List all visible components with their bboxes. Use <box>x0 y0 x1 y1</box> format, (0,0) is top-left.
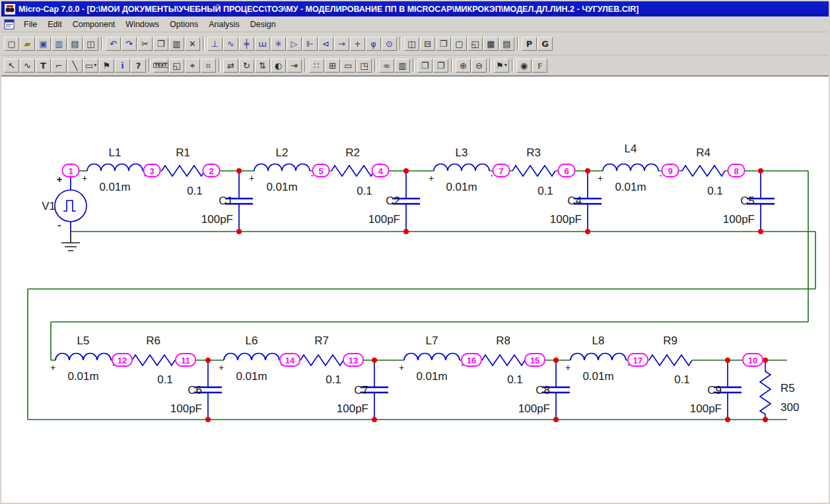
border-icon[interactable]: ▭ <box>341 59 356 73</box>
menu-item-edit[interactable]: Edit <box>42 18 67 31</box>
resistor-R1[interactable]: R10.1 <box>162 146 205 197</box>
ground-symbol[interactable] <box>61 232 80 251</box>
inductor-icon[interactable]: ɯ <box>255 37 270 51</box>
mirror-icon[interactable]: ◐ <box>271 59 286 73</box>
resistor-R9[interactable]: R90.1 <box>649 334 692 386</box>
resistor-R4[interactable]: R40.1 <box>682 146 725 197</box>
translate-icon[interactable]: ▥ <box>52 37 67 51</box>
node-snap-icon[interactable]: ⌖ <box>185 59 200 73</box>
tile-horizontal-icon[interactable]: ⊟ <box>420 37 435 51</box>
capacitor-C2[interactable]: C2100pF <box>368 171 420 232</box>
help-topics-icon[interactable]: ◉ <box>516 59 532 73</box>
menu-item-analysis[interactable]: Analysis <box>203 18 245 31</box>
pan-mode-icon[interactable]: ⌗ <box>201 59 216 73</box>
capacitor-C4[interactable]: C4100pF <box>550 171 602 232</box>
inductor-L6[interactable]: +-L60.01m <box>219 334 283 383</box>
copy-icon[interactable]: ❐ <box>153 37 168 51</box>
flag-list-icon[interactable]: ⚑▾ <box>494 59 509 73</box>
capacitor-C9[interactable]: C9100pF <box>690 360 742 420</box>
info-mode-icon[interactable]: i <box>115 59 130 73</box>
plus-node-icon[interactable]: + <box>350 37 365 51</box>
capacitor-C6[interactable]: C6100pF <box>170 360 222 420</box>
resistor-R6[interactable]: R60.1 <box>132 334 175 386</box>
phase-icon[interactable]: φ <box>366 37 381 51</box>
help-mode-icon[interactable]: ? <box>131 59 146 73</box>
print-preview-icon[interactable]: ◫ <box>83 37 98 51</box>
inductor-L7[interactable]: +-L70.01m <box>399 334 464 383</box>
select-tool-icon[interactable]: ↖ <box>4 59 19 73</box>
component-mode-icon[interactable]: ∿ <box>20 59 35 73</box>
inductor-L4[interactable]: +-L40.01m <box>598 142 662 193</box>
opamp-icon[interactable]: ⊲ <box>318 37 333 51</box>
print-icon[interactable]: ▤ <box>67 37 83 51</box>
copy-picture-icon[interactable]: ❐ <box>417 59 432 73</box>
grid-tag-button[interactable]: G <box>537 37 553 51</box>
inductor-L2[interactable]: +-L20.01m <box>249 146 314 193</box>
inductor-L5[interactable]: +-L50.01m <box>50 334 115 383</box>
capacitor-C1[interactable]: C1100pF <box>201 171 253 232</box>
node-dot-icon[interactable]: ⊙ <box>382 37 397 51</box>
copy-page-icon[interactable]: ❐ <box>433 59 448 73</box>
transformer-icon[interactable]: ✳ <box>271 37 286 51</box>
step-box-icon[interactable]: ⇥ <box>287 59 302 73</box>
grid-dots-icon[interactable]: ∷ <box>309 59 324 73</box>
current-source-icon[interactable]: → <box>334 37 349 51</box>
graphics-shape-icon[interactable]: ▭▾ <box>83 59 98 73</box>
menu-item-windows[interactable]: Windows <box>120 18 164 31</box>
resistor-R8[interactable]: R80.1 <box>482 334 525 386</box>
resistor-R5[interactable]: R5300 <box>760 360 799 420</box>
schematic-canvas[interactable]: V1+-+-L10.01m+-L20.01m+-L30.01m+-L40.01m… <box>1 76 829 503</box>
attribute-text-icon[interactable]: ◱ <box>169 59 184 73</box>
cascade-windows-icon[interactable]: ❐ <box>436 37 451 51</box>
inductor-L8[interactable]: +-L80.01m <box>565 334 630 383</box>
undo-icon[interactable]: ↶ <box>106 37 121 51</box>
redo-icon[interactable]: ↷ <box>121 37 137 51</box>
save-file-icon[interactable]: ▣ <box>36 37 51 51</box>
resistor-R3[interactable]: R30.1 <box>512 146 555 197</box>
ground-component-icon[interactable]: ⊥ <box>207 37 223 51</box>
clear-icon[interactable]: ✕ <box>185 37 200 51</box>
overlap-window-icon[interactable]: ▢ <box>452 37 467 51</box>
point-tag-button[interactable]: P <box>522 37 537 51</box>
cut-icon[interactable]: ✂ <box>137 37 153 51</box>
dropdown-arrow-icon[interactable]: ▾ <box>94 63 96 68</box>
grid-bold-icon[interactable]: ⊞ <box>325 59 340 73</box>
flag-mode-icon[interactable]: ⚑ <box>99 59 114 73</box>
zoom-out-icon[interactable]: ⊖ <box>471 59 487 73</box>
text-visibility-icon[interactable]: TEXT <box>153 59 168 73</box>
capacitor-C7[interactable]: C7100pF <box>337 360 388 420</box>
menu-item-component[interactable]: Component <box>67 18 121 31</box>
title-bar[interactable]: Micro-Cap 7.0.0 - [D:\МОИ ДОКУМЕНТЫ\УЧЕБ… <box>1 1 829 16</box>
zoom-in-icon[interactable]: ⊕ <box>456 59 471 73</box>
wire-mode-icon[interactable]: ⌐ <box>52 59 67 73</box>
menu-item-options[interactable]: Options <box>164 18 203 31</box>
capacitor-C5[interactable]: C5100pF <box>723 171 775 232</box>
title-block-icon[interactable]: ◳ <box>357 59 372 73</box>
paste-icon[interactable]: ▥ <box>169 37 184 51</box>
capacitor-icon[interactable]: ╪ <box>239 37 254 51</box>
inductor-L3[interactable]: +-L30.01m <box>429 146 493 193</box>
rotate-icon[interactable]: ↻ <box>239 59 254 73</box>
text-mode-icon[interactable]: T <box>36 59 51 73</box>
inductor-L1[interactable]: +-L10.01m <box>82 146 147 193</box>
text-window-icon[interactable]: ▤ <box>499 37 514 51</box>
flip-vertical-icon[interactable]: ⇅ <box>255 59 270 73</box>
font-button[interactable]: F <box>532 59 547 73</box>
diode-icon[interactable]: ▷ <box>287 37 302 51</box>
open-file-icon[interactable]: ▰ <box>20 37 35 51</box>
grid-window-icon[interactable]: ▦ <box>483 37 499 51</box>
capacitor-C8[interactable]: C8100pF <box>518 360 570 420</box>
display-mode-icon[interactable]: ▥ <box>395 59 410 73</box>
resistor-R2[interactable]: R20.1 <box>331 146 374 197</box>
tile-vertical-icon[interactable]: ◫ <box>404 37 419 51</box>
find-icon[interactable]: ∞ <box>379 59 394 73</box>
dropdown-arrow-icon[interactable]: ▾ <box>504 63 507 68</box>
menu-item-file[interactable]: File <box>18 18 42 31</box>
diagonal-wire-icon[interactable]: ╲ <box>67 59 83 73</box>
sine-source-icon[interactable]: ∿ <box>223 37 238 51</box>
transistor-icon[interactable]: ⊩ <box>302 37 318 51</box>
new-file-icon[interactable]: ▢ <box>4 37 19 51</box>
flip-horizontal-icon[interactable]: ⇄ <box>223 59 238 73</box>
document-icon[interactable] <box>4 19 15 30</box>
source-V1[interactable]: V1+- <box>42 171 86 232</box>
